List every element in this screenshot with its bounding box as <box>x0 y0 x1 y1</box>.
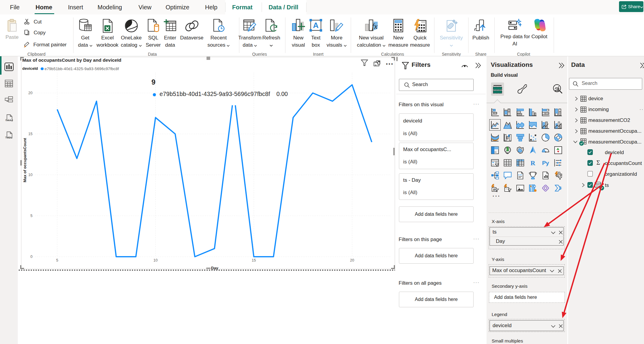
svg-text:Py: Py <box>542 160 549 166</box>
svg-text:10: 10 <box>154 258 158 262</box>
svg-text:A: A <box>313 21 319 30</box>
svg-text:15: 15 <box>252 258 256 262</box>
svg-text:20: 20 <box>350 258 354 262</box>
svg-text:DAX: DAX <box>5 119 11 122</box>
svg-text:0.00: 0.00 <box>276 91 288 97</box>
svg-text:5: 5 <box>56 258 58 262</box>
svg-text:A: A <box>493 188 495 191</box>
svg-text:5: 5 <box>30 214 33 218</box>
svg-text:fx: fx <box>372 22 378 31</box>
svg-text:10: 10 <box>28 173 33 177</box>
svg-text:15: 15 <box>28 132 33 136</box>
svg-text:20: 20 <box>28 91 33 95</box>
svg-text:TMDL: TMDL <box>5 136 12 139</box>
svg-text:Max of occupantsCount: Max of occupantsCount <box>23 138 27 182</box>
svg-text:0: 0 <box>30 255 33 259</box>
svg-text:e79b51bb-40d1-4325-9a93-5696c9: e79b51bb-40d1-4325-9a93-5696c97fbc8f <box>160 91 270 97</box>
svg-text:9: 9 <box>151 78 155 86</box>
svg-text:R: R <box>530 159 536 167</box>
